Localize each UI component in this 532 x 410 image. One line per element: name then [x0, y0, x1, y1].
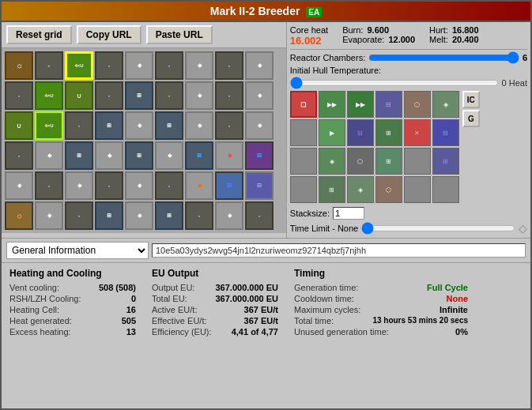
comp-cell[interactable]: ▶ [319, 119, 345, 146]
grid-cell[interactable]: ◈ [5, 171, 33, 200]
grid-cell[interactable]: ▪ [35, 51, 63, 80]
info-key: Total time: [294, 316, 334, 325]
reset-grid-button[interactable]: Reset grid [6, 25, 72, 44]
grid-cell[interactable]: ▪ [95, 51, 123, 80]
info-val: 4,41 of 4,77 [232, 327, 278, 337]
chambers-slider[interactable] [368, 52, 519, 63]
comp-cell[interactable] [290, 148, 317, 175]
grid-cell[interactable]: ⬡ [5, 201, 33, 230]
grid-cell[interactable]: ◈ [185, 51, 213, 80]
comp-cell[interactable] [432, 176, 459, 203]
grid-cell[interactable]: ◈ [245, 51, 274, 80]
hull-slider[interactable] [290, 77, 499, 88]
grid-cell[interactable]: 4×U [35, 81, 63, 110]
grid-cell[interactable]: ▪ [155, 171, 183, 200]
grid-cell[interactable]: U [5, 111, 33, 140]
grid-cell[interactable]: ▪ [215, 51, 243, 80]
comp-cell[interactable]: ▶▶ [347, 91, 374, 118]
eu-column: EU Output Output EU: 367.000.000 EU Tota… [152, 268, 278, 404]
comp-cell[interactable]: ◈ [432, 91, 459, 118]
comp-cell[interactable] [290, 119, 317, 146]
grid-cell[interactable]: ◈ [125, 171, 153, 200]
paste-url-button[interactable]: Paste URL [146, 25, 213, 44]
grid-cell[interactable]: ▪ [215, 111, 243, 140]
grid-cell[interactable]: ▪ [65, 111, 93, 140]
grid-cell[interactable]: ▪ [155, 81, 183, 110]
copy-url-button[interactable]: Copy URL [77, 25, 141, 44]
core-heat-label: Core heat [290, 25, 328, 35]
grid-cell[interactable]: ⊟ [245, 141, 274, 170]
info-row: Generation time: Full Cycle [294, 283, 468, 292]
comp-cell[interactable]: ◻ [290, 91, 317, 118]
comp-cell[interactable] [404, 148, 431, 175]
grid-cell[interactable]: ◈ [245, 81, 274, 110]
grid-cell[interactable]: ▪ [95, 81, 123, 110]
grid-cell[interactable]: ⊞ [185, 141, 213, 170]
comp-cell[interactable]: ⊟ [375, 91, 402, 118]
g-button[interactable]: G [462, 110, 480, 127]
comp-cell[interactable] [404, 176, 431, 203]
grid-cell[interactable]: ▪ [65, 201, 93, 230]
comp-cell[interactable]: ◈ [319, 148, 345, 175]
comp-cell[interactable]: ✕ [404, 119, 431, 146]
info-row: Total time: 13 hours 53 mins 20 secs [294, 316, 468, 325]
eu-title: EU Output [152, 268, 278, 279]
grid-cell[interactable]: ◈ [125, 51, 153, 80]
grid-cell[interactable]: ⬡ [5, 51, 33, 80]
comp-cell[interactable]: ⊞ [375, 119, 402, 146]
grid-cell[interactable]: ▪ [5, 141, 33, 170]
comp-cell[interactable]: ⊟ [432, 119, 459, 146]
grid-cell[interactable]: ◈ [185, 111, 213, 140]
grid-cell[interactable]: ⊞ [65, 141, 93, 170]
grid-cell[interactable]: ◈ [155, 141, 183, 170]
grid-cell[interactable]: ◈ [95, 141, 123, 170]
grid-cell[interactable]: 4×U [65, 51, 93, 80]
grid-cell[interactable]: ▪ [35, 171, 63, 200]
info-val: 13 [126, 327, 136, 337]
grid-cell[interactable]: ▪ [95, 171, 123, 200]
grid-cell[interactable]: ◈ [35, 201, 63, 230]
info-row: Maximum cycles: Infinite [294, 305, 468, 314]
grid-cell[interactable]: ▪ [215, 81, 243, 110]
grid-cell[interactable]: ▪ [185, 201, 213, 230]
comp-cell[interactable]: ⊞ [375, 148, 402, 175]
ic-button[interactable]: IC [462, 91, 480, 108]
grid-cell[interactable]: ◈ [185, 81, 213, 110]
comp-cell[interactable]: ◈ [347, 176, 374, 203]
grid-cell[interactable]: ▪ [5, 81, 33, 110]
grid-cell[interactable]: ⊟ [215, 171, 243, 200]
grid-cell[interactable]: ⊞ [155, 201, 183, 230]
comp-cell[interactable]: ⊞ [432, 148, 459, 175]
comp-cell[interactable] [290, 176, 317, 203]
comp-cell[interactable]: ⬡ [375, 176, 402, 203]
grid-cell[interactable]: 4×U [35, 111, 63, 140]
grid-cell[interactable]: ◈ [215, 141, 243, 170]
grid-cell[interactable]: ⊞ [125, 81, 153, 110]
comp-cell[interactable]: ⊟ [347, 119, 374, 146]
comp-cell[interactable]: ⬡ [347, 148, 374, 175]
comp-cell[interactable]: ▶▶ [319, 91, 345, 118]
grid-cell[interactable]: ▪ [155, 51, 183, 80]
grid-cell[interactable]: ◈ [125, 201, 153, 230]
grid-cell[interactable]: ⊞ [95, 111, 123, 140]
grid-cell[interactable]: ◈ [35, 141, 63, 170]
comp-cell[interactable]: ⊞ [319, 176, 345, 203]
grid-cell[interactable]: ⊞ [95, 201, 123, 230]
stacksize-input[interactable] [333, 207, 364, 220]
grid-cell[interactable]: ◈ [215, 201, 243, 230]
grid-cell[interactable]: ◈ [245, 111, 274, 140]
grid-cell[interactable]: ⊞ [155, 111, 183, 140]
info-key: Maximum cycles: [294, 305, 360, 314]
grid-cell[interactable]: ⊞ [125, 141, 153, 170]
grid-cell[interactable]: ◈ [125, 111, 153, 140]
button-row: Reset grid Copy URL Paste URL [2, 22, 286, 48]
comp-cell[interactable]: ⬡ [404, 91, 431, 118]
grid-cell[interactable]: U [65, 81, 93, 110]
grid-cell[interactable]: ⊟ [245, 171, 274, 200]
info-dropdown[interactable]: General Information EU Output Heating Ti… [6, 242, 149, 259]
burn-row: Burn: 9.600 [342, 25, 415, 35]
grid-cell[interactable]: ▪ [245, 201, 274, 230]
grid-cell[interactable]: ◈ [185, 171, 213, 200]
time-slider[interactable] [361, 223, 515, 234]
grid-cell[interactable]: ◈ [65, 171, 93, 200]
